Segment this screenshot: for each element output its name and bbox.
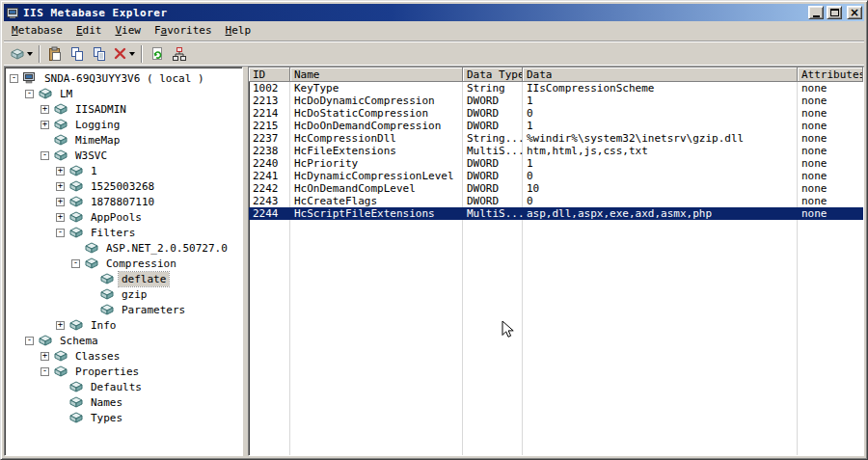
table-row-2215[interactable]: 2215 HcDoOnDemandCompression DWORD 1 non… xyxy=(249,120,863,132)
table-row-1002[interactable]: 1002 KeyType String IIsCompressionScheme… xyxy=(249,82,863,95)
cell-data: IIsCompressionScheme xyxy=(523,82,798,95)
table-row-2241[interactable]: 2241 HcDynamicCompressionLevel DWORD 0 n… xyxy=(249,170,863,182)
column-header[interactable]: Data xyxy=(523,68,798,82)
maximize-button[interactable] xyxy=(827,6,842,19)
expand-toggle-icon[interactable] xyxy=(25,90,34,98)
tree-item-deflate[interactable]: deflate xyxy=(5,271,242,286)
expand-toggle-icon[interactable] xyxy=(56,229,65,237)
tree-item-properties[interactable]: Properties xyxy=(5,364,242,379)
table-row-2240[interactable]: 2240 HcPriority DWORD 1 none xyxy=(249,157,863,170)
cell-data-type: DWORD xyxy=(463,195,523,207)
menu-label-post: etabase xyxy=(18,24,63,37)
tree-item-info[interactable]: Info xyxy=(5,317,242,333)
tree-item-mimemap[interactable]: MimeMap xyxy=(5,132,242,148)
close-button[interactable] xyxy=(847,6,862,19)
tree-item-types[interactable]: Types xyxy=(5,410,242,425)
menu-favorites[interactable]: Favorites xyxy=(148,22,219,40)
tree-item-snda-69q3uyy3v6[interactable]: SNDA-69Q3UYY3V6 ( local ) xyxy=(5,70,242,86)
tree-item-1878807110[interactable]: 1878807110 xyxy=(5,194,242,209)
menu-view[interactable]: View xyxy=(108,22,148,40)
tree-item-names[interactable]: Names xyxy=(5,394,242,410)
app-icon[interactable] xyxy=(6,6,20,19)
cell-data-type: MultiS... xyxy=(463,145,523,157)
expand-toggle-icon[interactable] xyxy=(41,367,49,376)
expand-toggle-icon[interactable] xyxy=(25,337,34,345)
table-row-2244[interactable]: 2244 HcScriptFileExtensions MultiS... as… xyxy=(249,207,863,220)
cell-id: 2240 xyxy=(249,157,290,170)
menu-help[interactable]: Help xyxy=(219,22,258,40)
expand-toggle-icon[interactable] xyxy=(56,167,65,176)
title-bar[interactable]: IIS Metabase Explorer xyxy=(4,4,864,21)
column-header[interactable]: Data Type xyxy=(463,68,523,82)
cell-data: htm,html,js,css,txt xyxy=(523,145,798,157)
tree-item-iisadmin[interactable]: IISADMIN xyxy=(5,101,242,117)
column-header[interactable]: Attributes xyxy=(798,68,863,82)
tree-item-lm[interactable]: LM xyxy=(5,86,242,101)
table-row-2214[interactable]: 2214 HcDoStaticCompression DWORD 0 none xyxy=(249,107,863,120)
table-row-2243[interactable]: 2243 HcCreateFlags DWORD 0 none xyxy=(249,195,863,207)
refresh-icon xyxy=(149,46,165,62)
expand-toggle-icon[interactable] xyxy=(56,321,65,330)
node-icon xyxy=(68,195,85,208)
expand-toggle-icon[interactable] xyxy=(41,151,49,160)
cell-attributes: none xyxy=(798,195,863,207)
new-key-icon xyxy=(10,46,25,62)
menu-edit[interactable]: Edit xyxy=(69,22,109,40)
table-row-2237[interactable]: 2237 HcCompressionDll String... %windir%… xyxy=(249,132,863,145)
minimize-button[interactable] xyxy=(808,6,824,19)
expand-toggle-icon[interactable] xyxy=(10,74,18,83)
tree-item-logging[interactable]: Logging xyxy=(5,117,242,132)
tree-item-filters[interactable]: Filters xyxy=(5,225,242,240)
node-icon xyxy=(52,133,69,147)
node-icon xyxy=(83,257,100,270)
duplicate-icon xyxy=(92,46,107,62)
expand-toggle-icon[interactable] xyxy=(41,105,49,114)
connect-computer-icon xyxy=(172,46,187,62)
tree-item-1[interactable]: 1 xyxy=(5,163,242,178)
tree-item-defaults[interactable]: Defaults xyxy=(5,379,242,394)
column-header[interactable]: Name xyxy=(290,68,463,82)
menu-metabase[interactable]: Metabase xyxy=(5,22,69,40)
tree-item-1525003268[interactable]: 1525003268 xyxy=(5,178,242,194)
copy-button[interactable] xyxy=(67,43,88,65)
expand-toggle-icon[interactable] xyxy=(41,352,49,361)
node-icon xyxy=(52,365,69,378)
dropdown-arrow-icon xyxy=(27,52,33,56)
expand-toggle-icon[interactable] xyxy=(56,213,65,222)
tree-item-gzip[interactable]: gzip xyxy=(5,286,242,302)
tree-item-classes[interactable]: Classes xyxy=(5,348,242,364)
paste-button[interactable] xyxy=(44,43,66,65)
tree-item-parameters[interactable]: Parameters xyxy=(5,302,242,317)
node-icon xyxy=(68,411,85,424)
tree-item-asp-net-2-0-50727-0[interactable]: ASP.NET_2.0.50727.0 xyxy=(5,240,242,256)
delete-button[interactable] xyxy=(111,43,137,65)
table-row-2242[interactable]: 2242 HcOnDemandCompLevel DWORD 10 none xyxy=(249,182,863,195)
cell-data-type: DWORD xyxy=(463,120,523,132)
table-row-2213[interactable]: 2213 HcDoDynamicCompression DWORD 1 none xyxy=(249,95,863,107)
menu-label-post: dit xyxy=(83,24,102,37)
table-row-2238[interactable]: 2238 HcFileExtensions MultiS... htm,html… xyxy=(249,145,863,157)
expand-toggle-icon[interactable] xyxy=(71,259,80,268)
expand-toggle-icon[interactable] xyxy=(41,121,49,129)
window-title: IIS Metabase Explorer xyxy=(23,7,805,19)
expand-toggle-icon[interactable] xyxy=(56,182,65,191)
cell-name: HcPriority xyxy=(290,157,463,170)
new-key-button[interactable] xyxy=(8,43,35,65)
duplicate-button[interactable] xyxy=(89,43,110,65)
cell-data: 1 xyxy=(523,120,798,132)
cell-data-type: DWORD xyxy=(463,170,523,182)
cell-attributes: none xyxy=(798,132,863,145)
dropdown-arrow-icon xyxy=(129,52,135,56)
tree-item-apppools[interactable]: AppPools xyxy=(5,209,242,225)
expand-toggle-icon[interactable] xyxy=(56,198,65,206)
node-icon xyxy=(68,318,85,332)
tree-item-compression[interactable]: Compression xyxy=(5,256,242,271)
column-header[interactable]: ID xyxy=(249,68,290,82)
tree-item-schema[interactable]: Schema xyxy=(5,333,242,348)
connect-computer-button[interactable] xyxy=(169,43,190,65)
tree-item-w3svc[interactable]: W3SVC xyxy=(5,148,242,163)
tree-item-label: IISADMIN xyxy=(72,102,129,117)
cell-data-type: MultiS... xyxy=(463,207,523,220)
refresh-button[interactable] xyxy=(147,43,168,65)
tree-item-label: Info xyxy=(88,318,120,333)
